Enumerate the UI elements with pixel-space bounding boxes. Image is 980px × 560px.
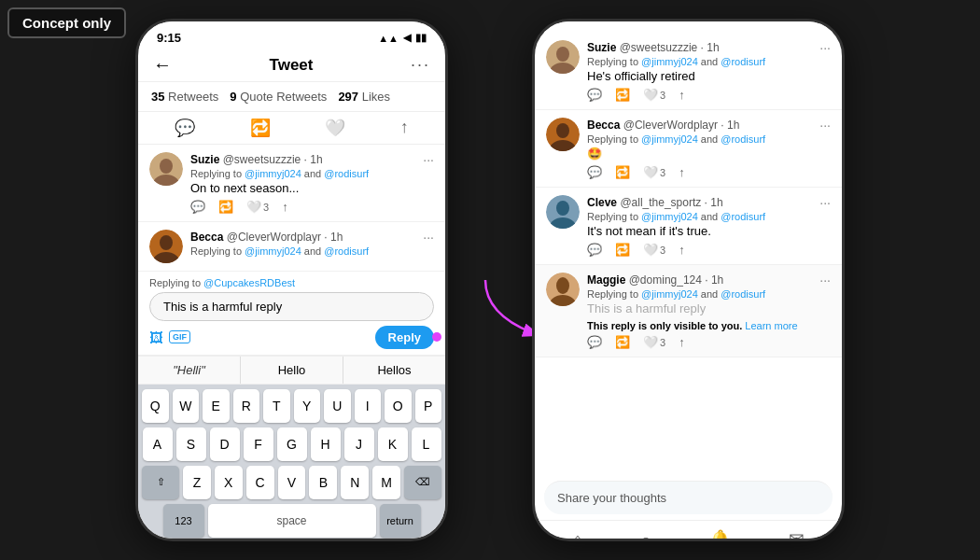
search-nav-icon[interactable]: ⌕: [640, 529, 651, 542]
retweet-icon-r2[interactable]: 🔁: [615, 165, 630, 179]
autocomplete-item-1[interactable]: Hello: [241, 357, 343, 384]
more-right-2[interactable]: ···: [819, 118, 831, 133]
key-E[interactable]: E: [203, 389, 230, 423]
reply-item-1: Suzie @sweetsuzzzie · 1h ··· Replying to…: [138, 145, 445, 222]
autocomplete-item-0[interactable]: "Helli": [138, 357, 241, 384]
retweet-icon-r3[interactable]: 🔁: [615, 243, 630, 257]
key-Y[interactable]: Y: [294, 389, 321, 423]
key-Q[interactable]: Q: [142, 389, 169, 423]
replying-label: Replying to @CupcakesRDBest: [149, 277, 434, 288]
comment-icon-r2[interactable]: 💬: [587, 165, 602, 179]
keyboard-row-3: ⇧ Z X C V B N M ⌫: [142, 466, 441, 499]
compose-toolbar: 🖼 GIF Reply: [149, 326, 434, 349]
feed-area[interactable]: Suzie @sweetsuzzzie · 1h ··· Replying to…: [535, 33, 842, 475]
reply-action-icon[interactable]: 💬: [175, 118, 195, 138]
share-icon-r1[interactable]: ↑: [679, 88, 685, 102]
gif-button[interactable]: GIF: [169, 330, 190, 343]
key-L[interactable]: L: [412, 427, 441, 461]
key-W[interactable]: W: [173, 389, 200, 423]
status-bar-left: 9:15 ▲▲ ◀ ▮▮: [138, 21, 445, 49]
key-shift[interactable]: ⇧: [142, 466, 179, 499]
more-reply-1[interactable]: ···: [423, 152, 434, 167]
more-menu-left[interactable]: ···: [411, 55, 430, 75]
key-H[interactable]: H: [311, 427, 341, 461]
handle-suzie-right: @sweetsuzzzie · 1h: [620, 41, 720, 54]
key-Z[interactable]: Z: [183, 466, 211, 499]
share-icon-r2[interactable]: ↑: [679, 165, 685, 179]
like-icon-r1[interactable]: 🤍3: [643, 88, 665, 102]
key-J[interactable]: J: [344, 427, 374, 461]
key-C[interactable]: C: [246, 466, 274, 499]
share-icon-1[interactable]: ↑: [282, 200, 288, 214]
wifi-icon: ◀: [403, 32, 411, 44]
retweet-action-icon[interactable]: 🔁: [250, 118, 271, 138]
messages-nav-icon[interactable]: ✉: [789, 528, 805, 541]
more-right-3[interactable]: ···: [819, 195, 831, 210]
retweet-icon-r4[interactable]: 🔁: [615, 335, 630, 349]
retweet-icon-1[interactable]: 🔁: [218, 200, 233, 214]
avatar-suzie-right: [546, 40, 580, 74]
key-I[interactable]: I: [355, 389, 382, 423]
harmful-notice: This reply is only visible to you. Learn…: [587, 319, 831, 332]
reply-item-right-4-harmful: Maggie @doming_124 · 1h ··· Replying to …: [535, 265, 842, 357]
svg-point-1: [160, 159, 173, 174]
image-icon[interactable]: 🖼: [149, 329, 163, 345]
key-space[interactable]: space: [208, 504, 376, 538]
comment-icon-r4[interactable]: 💬: [587, 335, 602, 349]
share-icon-r3[interactable]: ↑: [679, 243, 685, 257]
key-M[interactable]: M: [372, 466, 400, 499]
avatar-becca-right: [546, 118, 580, 151]
key-V[interactable]: V: [278, 466, 306, 499]
compose-input[interactable]: [149, 292, 434, 321]
key-G[interactable]: G: [277, 427, 307, 461]
key-R[interactable]: R: [233, 389, 260, 423]
key-F[interactable]: F: [244, 427, 273, 461]
more-right-4[interactable]: ···: [819, 273, 831, 287]
notifications-nav-icon[interactable]: 🔔: [708, 528, 732, 541]
bottom-nav-right: ⌂ ⌕ 🔔 ✉: [535, 520, 842, 541]
back-button[interactable]: ←: [153, 54, 172, 76]
tweet-text-1: On to next season...: [190, 181, 434, 197]
like-icon-r3[interactable]: 🤍3: [643, 243, 665, 257]
reply-button[interactable]: Reply: [375, 326, 434, 349]
comment-icon-r3[interactable]: 💬: [587, 243, 602, 257]
more-reply-2[interactable]: ···: [423, 230, 434, 245]
avatar-suzie-left: [149, 152, 183, 186]
key-T[interactable]: T: [263, 389, 290, 423]
key-K[interactable]: K: [378, 427, 408, 461]
like-icon-r2[interactable]: 🤍3: [643, 165, 665, 179]
like-icon-1[interactable]: 🤍3: [246, 200, 269, 214]
key-X[interactable]: X: [215, 466, 243, 499]
comment-icon-1[interactable]: 💬: [190, 200, 205, 214]
key-B[interactable]: B: [309, 466, 337, 499]
key-A[interactable]: A: [143, 427, 173, 461]
like-action-icon[interactable]: 🤍: [325, 118, 345, 138]
key-backspace[interactable]: ⌫: [404, 466, 441, 499]
key-D[interactable]: D: [210, 427, 240, 461]
key-S[interactable]: S: [176, 427, 206, 461]
svg-point-4: [160, 235, 173, 250]
replying-to-right-1: Replying to @jimmyj024 and @rodisurf: [587, 56, 831, 67]
action-bar-left: 💬 🔁 🤍 ↑: [138, 112, 445, 145]
key-123[interactable]: 123: [163, 504, 204, 538]
key-return[interactable]: return: [380, 504, 421, 538]
retweet-icon-r1[interactable]: 🔁: [615, 88, 630, 102]
like-icon-r4[interactable]: 🤍3: [643, 335, 665, 349]
key-N[interactable]: N: [341, 466, 369, 499]
replying-to-right-2: Replying to @jimmyj024 and @rodisurf: [587, 133, 831, 145]
learn-more-link[interactable]: Learn more: [745, 320, 797, 331]
key-O[interactable]: O: [385, 389, 412, 423]
share-action-icon[interactable]: ↑: [400, 118, 409, 138]
home-nav-icon[interactable]: ⌂: [572, 529, 583, 542]
comment-icon-r1[interactable]: 💬: [587, 88, 602, 102]
autocomplete-bar: "Helli" Hello Hellos: [138, 356, 445, 385]
quote-count: 9 Quote Retweets: [230, 90, 327, 104]
key-U[interactable]: U: [324, 389, 351, 423]
share-thoughts-bar[interactable]: Share your thoughts: [544, 481, 833, 514]
key-P[interactable]: P: [415, 389, 442, 423]
more-right-1[interactable]: ···: [819, 40, 831, 55]
autocomplete-item-2[interactable]: Hellos: [343, 357, 445, 384]
replying-to-right-4: Replying to @jimmyj024 and @rodisurf: [587, 288, 831, 300]
avatar-cleve-right: [546, 195, 580, 229]
share-icon-r4[interactable]: ↑: [679, 335, 685, 349]
